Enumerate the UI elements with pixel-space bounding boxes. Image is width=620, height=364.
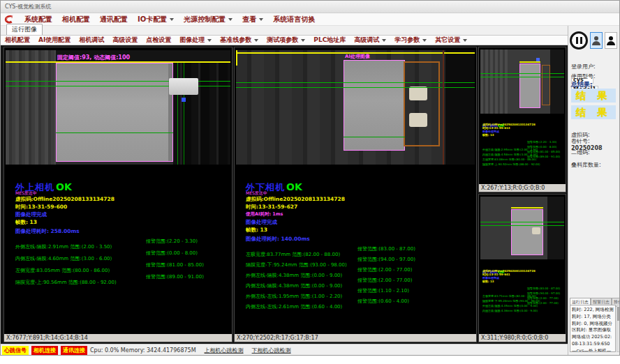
camera-image-inner-upper[interactable] [480, 50, 564, 114]
camera-panel-inner-upper: 内上相机OK 虚拟码:Offline20250208133134728 时间:1… [478, 47, 566, 192]
measurement-row: 左极宽度:83.77mm 范围:(82.00 - 88.00) 报警范围:(83… [246, 245, 475, 252]
log-scrollbar[interactable] [617, 305, 620, 352]
tab-run-image[interactable]: 运行图像 [6, 24, 43, 35]
cpu-memory-text: Cpu: 0.0% Memory: 3424.41796875M [90, 347, 196, 354]
tool-learning-params[interactable]: 学习参数 [390, 36, 431, 45]
pixel-coordinate-status: X:267;Y:13;R:0;G:0;B:0 [479, 184, 566, 192]
tool-camera-config[interactable]: 相机配置 [1, 36, 34, 45]
measurement-row: 隔膜宽度-上:90.52mm 范围:(88.00 - 92.00) 报警范围:(… [482, 155, 565, 159]
comm-connection-badge: 通讯连接 [61, 346, 87, 355]
alarm-range-text: 报警范围:(89.00 - 91.00) [527, 155, 560, 158]
tool-advanced-settings[interactable]: 高级设置 [108, 36, 142, 45]
battery-cell-region [56, 63, 173, 162]
alarm-range-text: 报警范围:(2.00 - 77.00) [527, 296, 559, 300]
time-text: 时间:13-31-59-600 [15, 204, 67, 211]
image-right-shadow [547, 197, 564, 259]
tool-image-processing[interactable]: 图像处理 [175, 36, 216, 45]
alarm-range-text: 报警范围:(94.00 - 97.00) [357, 256, 415, 263]
menu-item-system-config[interactable]: 系统配置 [20, 15, 57, 24]
menu-item-language-switch[interactable]: 系统语言切换 [268, 15, 320, 24]
tool-spot-check[interactable]: 点检设置 [142, 36, 175, 45]
pause-button[interactable] [570, 31, 588, 50]
log-scrollbar-thumb[interactable] [617, 307, 619, 321]
tool-plc-address[interactable]: PLC地址库 [309, 36, 350, 45]
app-logo-icon [3, 15, 16, 24]
toolbar: 相机配置 AI使用配置 相机调试 高级设置 点检设置 图像处理 基准线参数 测试… [1, 36, 568, 45]
processing-elapsed-text: 图像处理耗时: 258.00ms [15, 228, 80, 235]
green-measure-line [344, 137, 405, 137]
alarm-range-text: 报警范围:(89.00 - 91.00) [146, 273, 204, 280]
tool-camera-debug[interactable]: 相机调试 [75, 36, 108, 45]
stock-count-label: 叠料库数量: [571, 161, 601, 169]
measurement-row: 左侧宽度:83.08mm 范围:(80.00 - 86.00) 报警范围:(81… [482, 150, 565, 154]
tab-row: 运行图像 [1, 26, 568, 36]
measurement-text: 内侧左线-隔膜:4.36mm 范围:(0.00 - 9.00) [482, 309, 538, 312]
measurement-row: 外侧左线-左线:1.95mm 范围:(1.00 - 2.20) 报警范围:(1.… [246, 287, 475, 294]
tool-other-settings[interactable]: 其它设置 [431, 36, 471, 45]
window-title: CYS-视觉检测系统 [1, 3, 51, 10]
measurement-row: 左极宽度:83.71mm 范围:(82.00 - 88.00) 报警范围:(83… [482, 287, 565, 291]
processing-elapsed-text: 图像处理耗时: 140.00ms [246, 236, 310, 243]
tab-blob [409, 86, 427, 100]
measurement-row: 隔膜宽度-下:95.24mm 范围:(93.00 - 98.00) 报警范围:(… [246, 256, 475, 263]
alarm-range-text: 报警范围:(83.00 - 87.00) [357, 245, 415, 252]
sidebar-buttons [570, 31, 620, 50]
camera-image-inner-lower[interactable] [480, 197, 564, 259]
alarm-range-text: 报警范围:(94.00 - 97.00) [527, 291, 560, 295]
alarm-range-text: 报警范围:(0.60 - 4.00) [357, 298, 409, 305]
camera-panel-outer-upper: 固定阈值:93, 动态阈值:100 外上相机OK MES发送中 虚拟码:Offl… [3, 47, 232, 342]
user-icon [594, 36, 598, 40]
gripper-object [169, 78, 198, 95]
pixel-coordinate-status: X:7677;Y:891;R:14;G:14;B:14 [4, 334, 232, 342]
measurement-row: 外侧左线-隔膜:2.91mm 范围:(2.00 - 3.50) 报警范围:(2.… [15, 238, 230, 245]
measurement-row: 外侧左线-隔膜:4.38mm 范围:(0.00 - 9.00) 报警范围:(2.… [246, 266, 475, 273]
ai-detection-box [542, 65, 550, 105]
camera-connection-badge: 相机连接 [31, 346, 58, 355]
green-measure-line [236, 82, 475, 83]
yellow-reference-line [511, 207, 543, 208]
measurement-row: 内侧左线-隔膜:4.38mm 范围:(0.00 - 9.00) 报警范围:(2.… [246, 277, 475, 284]
measurement-row: 内侧左线-隔膜:4.58mm 范围:(3.00 - 6.00) 报警范围:(0.… [482, 145, 565, 149]
red-vertical-line [443, 50, 444, 165]
camera-panel-outer-lower: AI处理图像 外下相机OK MES发送中 虚拟码:Offline20250208… [234, 47, 477, 342]
tool-ai-usage-config[interactable]: AI使用配置 [34, 36, 75, 45]
alarm-range-text: 报警范围:(2.20 - 3.30) [527, 140, 556, 144]
dropdown-arrow-icon [382, 39, 386, 42]
alarm-range-text: 报警范围:(2.20 - 3.30) [146, 238, 198, 245]
alarm-range-text: 报警范围:(81.00 - 85.00) [146, 261, 204, 268]
operator-login-button[interactable] [590, 32, 603, 49]
admin-login-button[interactable] [605, 32, 617, 49]
dropdown-arrow-icon [228, 18, 232, 21]
virtual-code-text: 虚拟码:Offline20250208133134728 [15, 196, 115, 203]
green-measure-line [480, 77, 564, 77]
tool-test-params[interactable]: 测试项参数 [263, 36, 309, 45]
pixel-coordinate-status: X:270;Y:2502;R:17;G:17;B:17 [235, 334, 476, 342]
menu-item-light-config[interactable]: 光源控制配置 [179, 15, 237, 24]
menu-item-camera-config[interactable]: 相机配置 [57, 15, 95, 24]
menu-item-comm-config[interactable]: 通讯配置 [95, 15, 133, 24]
measurement-row: 隔膜宽度-上:90.56mm 范围:(88.00 - 92.00) 报警范围:(… [15, 273, 230, 280]
frame-count-text: 帧数: 13 [246, 227, 267, 234]
main-view-area: 固定阈值:93, 动态阈值:100 外上相机OK MES发送中 虚拟码:Offl… [1, 45, 568, 344]
alarm-range-text: 报警范围:(2.00 - 77.00) [357, 277, 412, 284]
dropdown-arrow-icon [463, 39, 467, 42]
image-right-shadow [445, 50, 475, 165]
ai-overlay-text: AI处理图像 [345, 53, 370, 60]
menu-item-view[interactable]: 查看 [237, 15, 268, 24]
tool-baseline-params[interactable]: 基准线参数 [216, 36, 263, 45]
sidebar: 登录用户: cys 使用型号: Model1 总结果: 结 果 结 果 虚拟码:… [568, 26, 620, 356]
menu-item-io-config[interactable]: IO卡配置 [133, 15, 179, 24]
camera-image-outer-lower[interactable]: AI处理图像 [236, 50, 475, 165]
status-bar: 心跳信号 相机连接 通讯连接 Cpu: 0.0% Memory: 3424.41… [1, 344, 568, 356]
measurement-text: 外侧左线-隔膜:2.91mm 范围:(2.00 - 3.50) [15, 244, 112, 250]
camera-image-outer-upper[interactable]: 固定阈值:93, 动态阈值:100 [6, 50, 230, 165]
title-bar: CYS-视觉检测系统 [1, 1, 620, 13]
tool-advanced-debug[interactable]: 高级调试 [350, 36, 390, 45]
result-box-lower: 结 果 [571, 105, 616, 119]
model-label: 使用型号: [571, 73, 596, 79]
ai-detection-box [404, 61, 440, 146]
tab-blob [532, 227, 540, 234]
machine-texture [480, 50, 508, 114]
time-text: 时间:13-31-59-627 [246, 204, 297, 211]
log-output[interactable]: 耗时: 222, 网络检测耗时: 17, 网络分类耗时: 0, 网络视频分区耗时… [570, 305, 616, 352]
